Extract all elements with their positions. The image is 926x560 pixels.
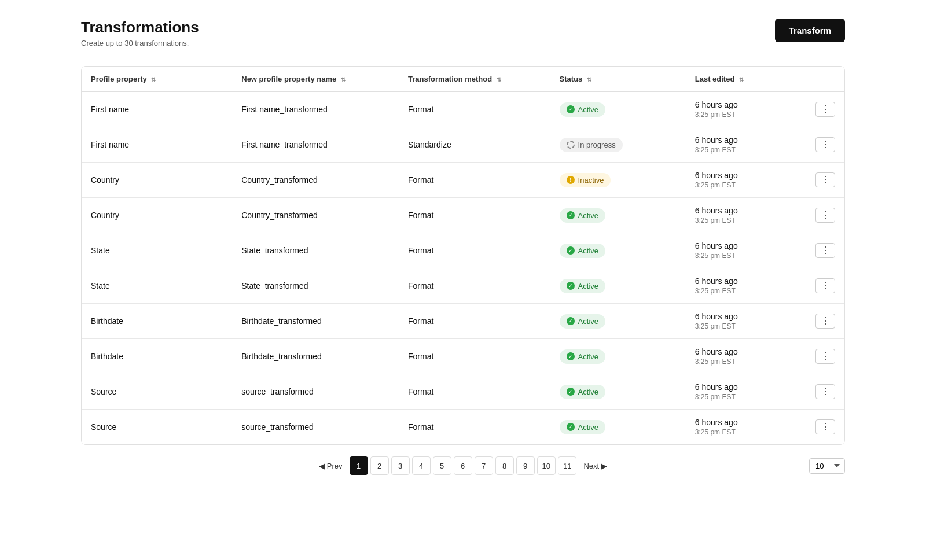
cell-action: ⋮	[806, 198, 844, 233]
cell-action: ⋮	[806, 374, 844, 410]
per-page-select[interactable]: 10 25 50 100	[809, 458, 845, 474]
status-label: In progress	[578, 141, 616, 149]
cell-new-name: Country_transformed	[232, 198, 399, 233]
header-left: Transformations Create up to 30 transfor…	[81, 19, 199, 47]
cell-method: Format	[399, 233, 550, 268]
col-header-method[interactable]: Transformation method ⇅	[399, 67, 550, 92]
status-label: Active	[578, 352, 598, 361]
col-header-action	[806, 67, 844, 92]
page-btn-8[interactable]: 8	[495, 456, 514, 475]
table-row: First nameFirst name_transformedFormat✓A…	[82, 92, 844, 127]
page-btn-4[interactable]: 4	[412, 456, 431, 475]
last-edited-container: 6 hours ago3:25 pm EST	[695, 382, 797, 401]
inprogress-icon	[567, 141, 575, 149]
cell-last-edited: 6 hours ago3:25 pm EST	[686, 339, 806, 374]
active-icon: ✓	[567, 317, 575, 325]
page-btn-1[interactable]: 1	[350, 456, 368, 475]
last-edited-relative: 6 hours ago	[695, 206, 797, 215]
last-edited-container: 6 hours ago3:25 pm EST	[695, 347, 797, 366]
cell-action: ⋮	[806, 233, 844, 268]
last-edited-time: 3:25 pm EST	[695, 358, 797, 366]
page-title: Transformations	[81, 19, 199, 36]
status-badge: !Inactive	[560, 173, 611, 187]
row-menu-button[interactable]: ⋮	[815, 137, 835, 152]
cell-action: ⋮	[806, 163, 844, 198]
last-edited-relative: 6 hours ago	[695, 135, 797, 145]
status-label: Active	[578, 282, 598, 290]
last-edited-time: 3:25 pm EST	[695, 428, 797, 436]
status-badge: ✓Active	[560, 208, 605, 223]
row-menu-button[interactable]: ⋮	[815, 243, 835, 258]
cell-new-name: Birthdate_transformed	[232, 339, 399, 374]
table-row: CountryCountry_transformedFormat✓Active6…	[82, 198, 844, 233]
last-edited-container: 6 hours ago3:25 pm EST	[695, 171, 797, 189]
next-button[interactable]: Next ▶	[579, 456, 611, 475]
transform-button[interactable]: Transform	[775, 19, 845, 42]
last-edited-time: 3:25 pm EST	[695, 252, 797, 260]
cell-last-edited: 6 hours ago3:25 pm EST	[686, 198, 806, 233]
page-btn-5[interactable]: 5	[433, 456, 451, 475]
prev-button[interactable]: ◀ Prev	[314, 456, 347, 475]
page-subtitle: Create up to 30 transformations.	[81, 39, 199, 47]
page-btn-11[interactable]: 11	[558, 456, 576, 475]
last-edited-relative: 6 hours ago	[695, 241, 797, 250]
cell-profile-property: Source	[82, 374, 232, 410]
last-edited-time: 3:25 pm EST	[695, 287, 797, 295]
status-badge: ✓Active	[560, 420, 605, 434]
page-btn-7[interactable]: 7	[475, 456, 493, 475]
col-header-new-name[interactable]: New profile property name ⇅	[232, 67, 399, 92]
page-btn-2[interactable]: 2	[370, 456, 389, 475]
row-menu-button[interactable]: ⋮	[815, 314, 835, 329]
cell-action: ⋮	[806, 410, 844, 445]
last-edited-relative: 6 hours ago	[695, 171, 797, 180]
page-btn-10[interactable]: 10	[537, 456, 556, 475]
cell-method: Standardize	[399, 127, 550, 163]
cell-profile-property: State	[82, 268, 232, 304]
row-menu-button[interactable]: ⋮	[815, 278, 835, 293]
page-btn-3[interactable]: 3	[391, 456, 410, 475]
cell-new-name: source_transformed	[232, 410, 399, 445]
table-row: First nameFirst name_transformedStandard…	[82, 127, 844, 163]
cell-profile-property: Birthdate	[82, 339, 232, 374]
cell-method: Format	[399, 163, 550, 198]
cell-last-edited: 6 hours ago3:25 pm EST	[686, 127, 806, 163]
active-icon: ✓	[567, 423, 575, 431]
page-btn-6[interactable]: 6	[454, 456, 472, 475]
cell-last-edited: 6 hours ago3:25 pm EST	[686, 410, 806, 445]
page-btn-9[interactable]: 9	[516, 456, 535, 475]
cell-new-name: Country_transformed	[232, 163, 399, 198]
row-menu-button[interactable]: ⋮	[815, 208, 835, 223]
status-label: Active	[578, 246, 598, 255]
cell-status: In progress	[550, 127, 686, 163]
table-row: BirthdateBirthdate_transformedFormat✓Act…	[82, 304, 844, 339]
row-menu-button[interactable]: ⋮	[815, 102, 835, 117]
active-icon: ✓	[567, 352, 575, 360]
last-edited-time: 3:25 pm EST	[695, 216, 797, 224]
cell-method: Format	[399, 304, 550, 339]
row-menu-button[interactable]: ⋮	[815, 349, 835, 364]
row-menu-button[interactable]: ⋮	[815, 384, 835, 399]
row-menu-button[interactable]: ⋮	[815, 419, 835, 434]
col-header-status[interactable]: Status ⇅	[550, 67, 686, 92]
status-label: Inactive	[578, 176, 604, 185]
cell-last-edited: 6 hours ago3:25 pm EST	[686, 163, 806, 198]
cell-method: Format	[399, 268, 550, 304]
last-edited-container: 6 hours ago3:25 pm EST	[695, 135, 797, 154]
table-row: Sourcesource_transformedFormat✓Active6 h…	[82, 410, 844, 445]
cell-profile-property: State	[82, 233, 232, 268]
cell-status: ✓Active	[550, 198, 686, 233]
last-edited-time: 3:25 pm EST	[695, 322, 797, 330]
last-edited-time: 3:25 pm EST	[695, 181, 797, 189]
cell-new-name: First name_transformed	[232, 92, 399, 127]
table-row: StateState_transformedFormat✓Active6 hou…	[82, 233, 844, 268]
sort-icon-profile: ⇅	[151, 76, 156, 83]
cell-action: ⋮	[806, 268, 844, 304]
cell-method: Format	[399, 410, 550, 445]
page-header: Transformations Create up to 30 transfor…	[81, 19, 845, 47]
cell-profile-property: Source	[82, 410, 232, 445]
row-menu-button[interactable]: ⋮	[815, 172, 835, 187]
col-header-last-edited[interactable]: Last edited ⇅	[686, 67, 806, 92]
last-edited-relative: 6 hours ago	[695, 100, 797, 109]
col-header-profile[interactable]: Profile property ⇅	[82, 67, 232, 92]
cell-method: Format	[399, 339, 550, 374]
